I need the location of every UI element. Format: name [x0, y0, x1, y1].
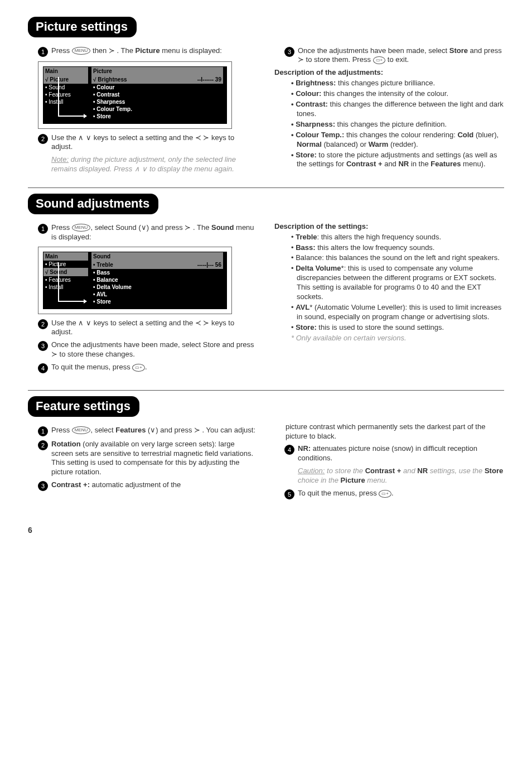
exit-key-icon: ▭+	[373, 56, 386, 64]
step-marker: 4	[38, 363, 48, 373]
step-text: To quit the menus, press ▭+.	[51, 363, 258, 372]
section-heading: Sound adjustments	[28, 194, 158, 214]
step-text: Once the adjustments have been made, sel…	[298, 46, 504, 65]
note-text: Note: during the picture adjustment, onl…	[28, 155, 258, 174]
menu-arrow-icon	[58, 262, 85, 302]
picture-menu-screenshot: Main √ Picture • Sound • Features • Inst…	[38, 61, 232, 129]
step-marker: 4	[284, 445, 294, 455]
step-marker: 1	[38, 224, 48, 234]
step-marker: 1	[38, 47, 48, 57]
sound-menu-screenshot: Main • Picture √ Sound • Features • Inst…	[38, 247, 232, 314]
step-marker: 5	[284, 489, 294, 499]
step-text: Press MENU, select Features (∨) and pres…	[51, 426, 258, 435]
step-marker: 3	[38, 341, 48, 351]
step-text: Rotation (only available on very large s…	[51, 440, 258, 478]
sound-adjustments-section: Sound adjustments 1 Press MENU, select S…	[28, 187, 504, 377]
description-heading: Description of the settings:	[274, 222, 504, 232]
step-marker: 2	[38, 319, 48, 329]
step-marker: 1	[38, 426, 48, 436]
picture-settings-section: Picture settings 1 Press MENU then ≻ . T…	[28, 17, 504, 174]
step-text: Press MENU, select Sound (∨) and press ≻…	[51, 223, 258, 242]
step-text: Contrast +: automatic adjustment of the	[51, 480, 258, 490]
step-text-continued: picture contrast which permanently sets …	[274, 422, 504, 441]
step-marker: 2	[38, 440, 48, 450]
step-text: Press MENU then ≻ . The Picture menu is …	[51, 46, 258, 56]
description-heading: Description of the adjustments:	[274, 68, 504, 78]
step-marker: 3	[284, 47, 294, 57]
exit-key-icon: ▭+	[132, 364, 145, 372]
section-heading: Feature settings	[28, 396, 139, 417]
step-text: Use the ∧ ∨ keys to select a setting and…	[51, 133, 258, 152]
description-list: • Treble: this alters the high frequency…	[274, 233, 504, 333]
step-text: To quit the menus, press ▭+.	[298, 489, 504, 498]
menu-arrow-icon	[58, 77, 85, 117]
step-marker: 2	[38, 134, 48, 144]
menu-key-icon: MENU	[72, 47, 91, 55]
section-heading: Picture settings	[28, 17, 137, 37]
step-text: NR: attenuates picture noise (snow) in d…	[298, 444, 504, 463]
step-text: Once the adjustments have been made, sel…	[51, 340, 258, 359]
footnote: * Only available on certain versions.	[274, 334, 504, 343]
menu-key-icon: MENU	[72, 426, 91, 434]
feature-settings-section: Feature settings 1 Press MENU, select Fe…	[28, 390, 504, 503]
menu-key-icon: MENU	[72, 224, 91, 232]
step-text: Use the ∧ ∨ keys to select a setting and…	[51, 319, 258, 338]
description-list: • Brightness: this changes picture brill…	[274, 79, 504, 169]
page-number: 6	[28, 525, 504, 535]
step-marker: 3	[38, 481, 48, 491]
caution-text: Caution: to store the Contrast + and NR …	[274, 466, 504, 485]
exit-key-icon: ▭+	[379, 490, 391, 498]
